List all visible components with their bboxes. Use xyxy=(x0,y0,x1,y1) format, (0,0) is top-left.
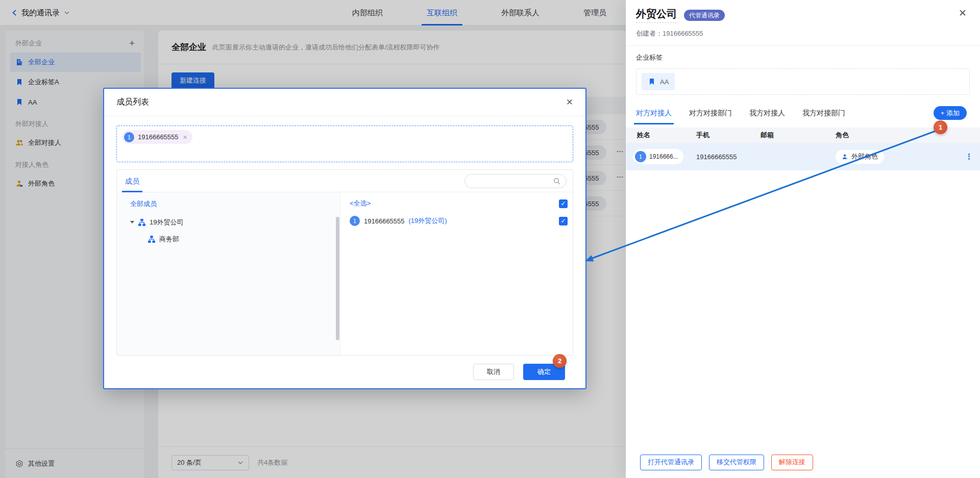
tab-our-contacts[interactable]: 我方对接人 xyxy=(749,107,785,124)
contact-name-pill: 1 1916666... xyxy=(633,149,683,164)
caret-down-icon[interactable] xyxy=(130,221,134,223)
bookmark-icon xyxy=(648,78,656,86)
company-tag-box: AA xyxy=(636,68,970,95)
search-icon xyxy=(553,177,561,185)
cancel-button[interactable]: 取消 xyxy=(473,364,514,380)
tab-their-contacts[interactable]: 对方对接人 xyxy=(636,107,672,124)
org-icon xyxy=(148,235,156,243)
drawer-tabs: 对方对接人 对方对接部门 我方对接人 我方对接部门 + 添加 xyxy=(626,107,980,124)
avatar: 1 xyxy=(635,151,646,162)
column-header-email: 邮箱 xyxy=(761,131,836,140)
member-checkbox[interactable]: ✓ xyxy=(559,217,568,225)
company-tag-value: AA xyxy=(660,78,669,86)
modal-body: 1 19166665555 × 成员 全部成员 xyxy=(104,116,585,388)
managed-directory-badge: 代管通讯录 xyxy=(684,10,725,21)
member-select-panel: <全选> ✓ 1 19166665555 (19外贸公司) ✓ xyxy=(340,192,573,355)
company-tag-aa[interactable]: AA xyxy=(642,73,675,90)
scrollbar-thumb[interactable] xyxy=(336,217,339,340)
picker-tab-bar: 成员 xyxy=(117,170,573,192)
contact-name: 1916666... xyxy=(649,153,678,160)
contact-role-pill: 外部角色 xyxy=(836,150,884,164)
member-list-modal: 成员列表 ✕ 1 19166665555 × 成员 xyxy=(103,88,586,389)
company-tag-label: 企业标签 xyxy=(626,46,980,62)
transfer-managed-rights-button[interactable]: 移交代管权限 xyxy=(709,455,764,470)
avatar: 1 xyxy=(124,132,134,142)
close-icon[interactable]: ✕ xyxy=(959,7,967,19)
modal-header: 成员列表 ✕ xyxy=(104,89,585,116)
person-icon xyxy=(842,154,848,160)
tab-our-departments[interactable]: 我方对接部门 xyxy=(802,107,845,124)
column-header-name: 姓名 xyxy=(637,131,696,140)
member-name: 19166665555 xyxy=(364,217,405,225)
open-managed-directory-button[interactable]: 打开代管通讯录 xyxy=(640,455,702,470)
creator-info: 创建者：19166665555 xyxy=(626,23,980,46)
org-tree-panel: 全部成员 19外贸公司 商务部 xyxy=(117,192,340,355)
modal-footer: 取消 确定 xyxy=(116,356,573,388)
tree-node-company[interactable]: 19外贸公司 xyxy=(117,214,340,231)
tree-node-department[interactable]: 商务部 xyxy=(117,231,340,247)
selected-member-chip: 1 19166665555 × xyxy=(122,130,192,144)
step-badge-2: 2 xyxy=(553,354,567,368)
add-contact-button[interactable]: + 添加 xyxy=(934,106,967,120)
column-header-phone: 手机 xyxy=(696,131,761,140)
contacts-table-header: 姓名 手机 邮箱 角色 xyxy=(626,128,980,143)
company-name: 外贸公司 xyxy=(636,7,677,23)
select-all-checkbox[interactable]: ✓ xyxy=(559,199,568,208)
drawer-header: 外贸公司 代管通讯录 xyxy=(626,0,980,23)
tree-node-label: 商务部 xyxy=(159,235,179,244)
app-root: 我的通讯录 内部组织 互联组织 外部联系人 管理员 外部企业 + 全部企业 企业… xyxy=(0,0,980,478)
search-input[interactable] xyxy=(470,178,553,185)
contact-row[interactable]: 1 1916666... 19166665555 外部角色 ⋮ xyxy=(626,143,980,170)
disconnect-button[interactable]: 解除连接 xyxy=(771,455,813,470)
column-header-role: 角色 xyxy=(836,131,980,140)
contact-phone: 19166665555 xyxy=(696,153,761,161)
step-badge-1: 1 xyxy=(934,120,947,134)
select-all-link[interactable]: <全选> xyxy=(350,199,371,208)
modal-title: 成员列表 xyxy=(116,97,149,108)
tree-node-label: 19外贸公司 xyxy=(150,218,183,227)
remove-tag-icon[interactable]: × xyxy=(183,133,187,141)
company-detail-drawer: ✕ 外贸公司 代管通讯录 创建者：19166665555 企业标签 AA 对方对… xyxy=(626,0,980,478)
member-picker: 成员 全部成员 19外贸公司 xyxy=(116,169,573,356)
selected-member-label: 19166665555 xyxy=(138,133,179,141)
member-row[interactable]: 1 19166665555 (19外贸公司) ✓ xyxy=(350,212,568,230)
contact-role-label: 外部角色 xyxy=(851,152,878,161)
picker-columns: 全部成员 19外贸公司 商务部 xyxy=(117,192,573,355)
avatar: 1 xyxy=(350,216,360,226)
row-menu-icon[interactable]: ⋮ xyxy=(965,152,980,161)
select-all-row: <全选> ✓ xyxy=(350,195,568,212)
all-members-link[interactable]: 全部成员 xyxy=(117,195,340,214)
search-box xyxy=(464,174,567,188)
org-icon xyxy=(138,218,146,227)
member-company: (19外贸公司) xyxy=(409,216,447,225)
selected-members-area[interactable]: 1 19166665555 × xyxy=(116,125,573,162)
drawer-footer: 打开代管通讯录 移交代管权限 解除连接 xyxy=(626,446,980,478)
tab-their-departments[interactable]: 对方对接部门 xyxy=(689,107,732,124)
close-icon[interactable]: ✕ xyxy=(566,97,573,108)
contacts-table: 姓名 手机 邮箱 角色 1 1916666... 19166665555 xyxy=(626,128,980,170)
tab-members[interactable]: 成员 xyxy=(125,170,139,192)
